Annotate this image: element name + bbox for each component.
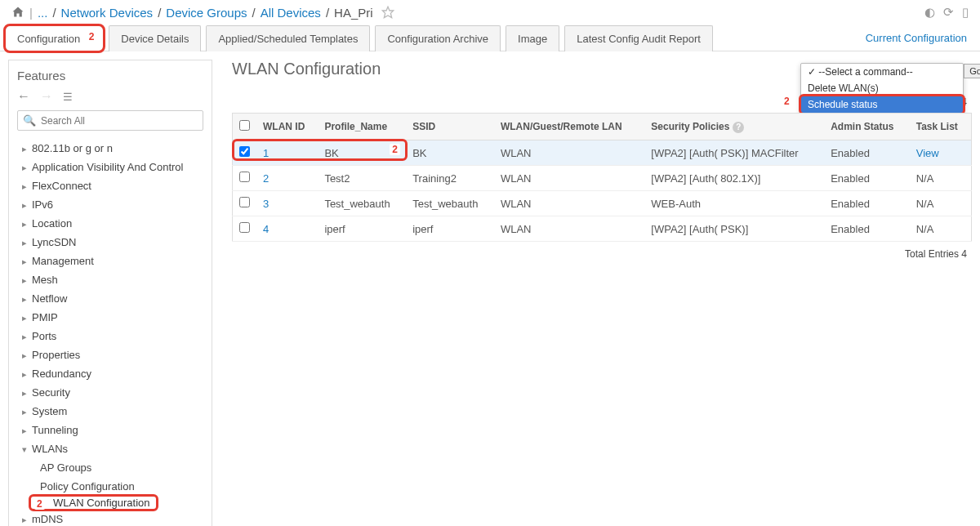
table-row[interactable]: 2Test2Training2WLAN[WPA2] [Auth( 802.1X)… — [233, 166, 972, 191]
features-panel: Features ← → ☰ 🔍 802.11b or g or nApplic… — [8, 60, 212, 526]
breadcrumb-ellipsis[interactable]: ... — [38, 6, 48, 20]
tree-item[interactable]: FlexConnect — [17, 176, 203, 195]
tree-item[interactable]: System — [17, 402, 203, 421]
breadcrumb-current: HA_Pri — [334, 6, 373, 20]
tree-item[interactable]: PMIP — [17, 308, 203, 327]
tree-item[interactable]: 802.11b or g or n — [17, 139, 203, 158]
search-box[interactable]: 🔍 — [17, 110, 203, 131]
column-header[interactable]: Profile_Name — [318, 114, 406, 140]
total-entries-bottom: Total Entries 4 — [232, 248, 967, 260]
go-button[interactable]: Go — [964, 64, 980, 78]
column-header[interactable]: SSID — [406, 114, 494, 140]
tree-item[interactable]: Ports — [17, 327, 203, 345]
help-icon[interactable]: ◐ — [924, 5, 935, 20]
column-header[interactable]: Task List — [910, 114, 972, 140]
column-header[interactable]: Admin Status — [824, 114, 910, 140]
select-all-checkbox[interactable] — [239, 120, 250, 131]
annotation-badge: 2 — [87, 31, 97, 42]
list-icon[interactable]: ☰ — [63, 91, 73, 103]
annotation-badge: 2 — [782, 96, 792, 107]
tree-item[interactable]: WLANs — [17, 439, 203, 458]
tree-item[interactable]: Location — [17, 214, 203, 233]
tab-applied-templates[interactable]: Applied/Scheduled Templates — [206, 25, 370, 51]
task-view-link[interactable]: View — [916, 147, 939, 159]
tree-item[interactable]: IPv6 — [17, 195, 203, 214]
search-input[interactable] — [41, 115, 198, 127]
back-icon[interactable]: ← — [17, 89, 30, 104]
tab-device-details[interactable]: Device Details — [109, 25, 201, 51]
table-row[interactable]: 1BKBKWLAN[WPA2] [Auth( PSK)] MACFilterEn… — [233, 140, 972, 166]
tree-child-wlan-config[interactable]: 2WLAN Configuration — [30, 496, 157, 510]
tree-item[interactable]: Application Visibility And Control — [17, 158, 203, 176]
main-area: WLAN Configuration --Select a command--D… — [212, 60, 972, 526]
forward-icon[interactable]: → — [40, 89, 53, 104]
breadcrumb-link[interactable]: Device Groups — [166, 6, 247, 20]
tree-item[interactable]: Netflow — [17, 289, 203, 308]
annotation-badge: 2 — [34, 498, 45, 510]
tree-item[interactable]: Properties — [17, 345, 203, 364]
column-header[interactable]: WLAN/Guest/Remote LAN — [494, 114, 644, 140]
panel-icon[interactable]: ▯ — [962, 5, 969, 20]
tree-item[interactable]: LyncSDN — [17, 233, 203, 252]
tabs: Configuration 2 Device Details Applied/S… — [5, 25, 713, 51]
help-icon[interactable]: ? — [733, 122, 744, 133]
wlan-id-link[interactable]: 2 — [263, 172, 269, 185]
table-row[interactable]: 4iperfiperfWLAN[WPA2] [Auth( PSK)]Enable… — [233, 216, 972, 242]
wlan-id-link[interactable]: 4 — [263, 223, 269, 235]
tree-item[interactable]: Tunneling — [17, 421, 203, 439]
tab-image[interactable]: Image — [506, 25, 559, 51]
dropdown-item[interactable]: Delete WLAN(s) — [801, 80, 963, 96]
row-checkbox[interactable] — [239, 222, 250, 233]
row-checkbox[interactable] — [239, 172, 250, 182]
wlan-table: WLAN IDProfile_NameSSIDWLAN/Guest/Remote… — [232, 113, 972, 242]
current-configuration-link[interactable]: Current Configuration — [866, 32, 967, 44]
tree-item[interactable]: mDNS — [17, 510, 203, 526]
column-header[interactable]: Security Policies? — [644, 114, 824, 140]
tree-item[interactable]: Redundancy — [17, 364, 203, 383]
breadcrumb-link[interactable]: All Devices — [261, 6, 321, 20]
star-icon[interactable] — [381, 6, 394, 19]
row-checkbox[interactable] — [239, 197, 250, 207]
tree-item[interactable]: Management — [17, 252, 203, 270]
tab-audit-report[interactable]: Latest Config Audit Report — [564, 25, 713, 51]
home-icon[interactable] — [11, 6, 24, 19]
dropdown-item[interactable]: --Select a command-- — [801, 64, 963, 80]
breadcrumb: | ... / Network Devices / Device Groups … — [11, 6, 394, 20]
dropdown-item[interactable]: Schedule status — [801, 96, 963, 113]
tree-item[interactable]: Security — [17, 383, 203, 402]
tree-child[interactable]: Policy Configuration — [17, 477, 203, 496]
wlan-id-link[interactable]: 3 — [263, 198, 269, 210]
table-row[interactable]: 3Test_webauthTest_webauthWLANWEB-AuthEna… — [233, 191, 972, 216]
row-checkbox[interactable] — [239, 146, 250, 157]
breadcrumb-link[interactable]: Network Devices — [61, 6, 154, 20]
tab-configuration[interactable]: Configuration 2 — [5, 25, 104, 51]
refresh-icon[interactable]: ⟳ — [943, 5, 954, 20]
wlan-id-link[interactable]: 1 — [263, 147, 269, 159]
tab-config-archive[interactable]: Configuration Archive — [375, 25, 501, 51]
column-header[interactable]: WLAN ID — [256, 114, 318, 140]
tree-item[interactable]: Mesh — [17, 270, 203, 289]
search-icon: 🔍 — [23, 114, 36, 127]
features-title: Features — [17, 69, 203, 82]
tree-child[interactable]: AP Groups — [17, 458, 203, 477]
svg-marker-0 — [382, 7, 393, 17]
